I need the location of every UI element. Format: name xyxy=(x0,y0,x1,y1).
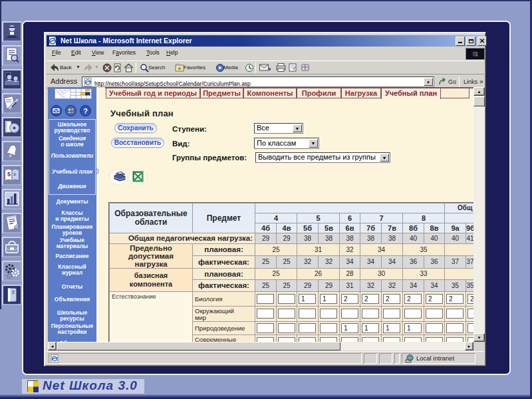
svg-text:≡: ≡ xyxy=(13,172,17,178)
svg-text:5: 5 xyxy=(7,171,11,178)
